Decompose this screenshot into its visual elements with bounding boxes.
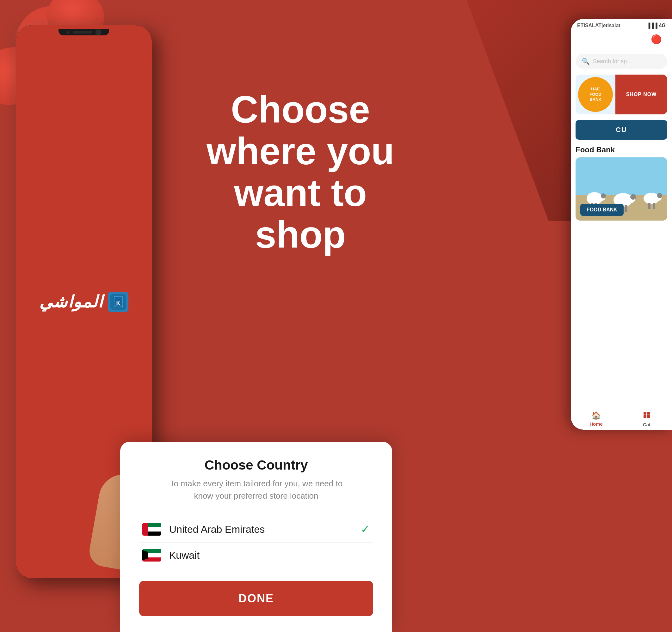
right-phone: ETISALAT|etisalat ▐▐▐ 4G 🔴 🔍 Search for … — [571, 19, 672, 430]
right-phone-screen: ETISALAT|etisalat ▐▐▐ 4G 🔴 🔍 Search for … — [571, 19, 672, 430]
shop-now-button[interactable]: SHOP NOW — [616, 75, 667, 115]
cu-button[interactable]: CU — [576, 120, 667, 140]
categories-label: Cat — [643, 422, 650, 427]
app-logo-icon: K — [108, 292, 128, 312]
nav-item-home[interactable]: 🏠 Home — [571, 411, 621, 427]
bottom-navigation: 🏠 Home Cat — [571, 407, 672, 430]
right-phone-logo-area: 🔴 — [571, 31, 672, 51]
uae-selected-check: ✓ — [361, 523, 370, 536]
svg-rect-22 — [644, 415, 646, 418]
kuwait-country-name: Kuwait — [169, 550, 370, 561]
signal-icons: ▐▐▐ 4G — [647, 23, 666, 28]
uae-country-name: United Arab Emirates — [169, 524, 353, 535]
svg-text:🔴: 🔴 — [651, 34, 662, 45]
kuwait-flag — [142, 549, 161, 561]
hero-text-block: Choose where you want to shop — [190, 89, 411, 255]
carrier-label: ETISALAT|etisalat — [577, 23, 621, 28]
phone-notch — [58, 29, 109, 35]
svg-rect-23 — [647, 415, 650, 418]
svg-rect-21 — [647, 412, 650, 414]
food-bank-circle-logo: UAE FOOD BANK — [578, 77, 613, 112]
app-logo: المواشي K — [39, 292, 128, 312]
network-type: 4G — [659, 23, 666, 28]
nav-item-categories[interactable]: Cat — [621, 411, 672, 427]
front-camera — [96, 29, 101, 35]
home-icon: 🏠 — [591, 411, 601, 420]
svg-point-19 — [657, 193, 662, 198]
svg-point-9 — [601, 194, 606, 198]
choose-country-dialog: Choose Country To make every item tailor… — [120, 442, 392, 632]
country-item-kuwait[interactable]: Kuwait — [139, 542, 373, 568]
search-icon: 🔍 — [582, 57, 590, 65]
uae-flag-green — [148, 523, 161, 527]
svg-rect-4 — [576, 157, 667, 195]
banner-content: UAE FOOD BANK SHOP NOW — [576, 75, 667, 115]
signal-bars: ▐▐▐ — [647, 23, 657, 28]
done-button[interactable]: DONE — [139, 581, 373, 616]
uae-flag-stripes — [148, 523, 161, 536]
dialog-subtitle: To make every item tailored for you, we … — [139, 478, 373, 502]
svg-rect-16 — [648, 203, 650, 209]
svg-rect-12 — [625, 205, 627, 212]
uae-flag-white — [148, 527, 161, 531]
svg-text:K: K — [116, 300, 120, 306]
food-bank-image: FOOD BANK — [576, 157, 667, 221]
search-placeholder-text: Search for sp... — [593, 58, 631, 65]
search-bar[interactable]: 🔍 Search for sp... — [576, 54, 667, 69]
food-bank-button[interactable]: FOOD BANK — [580, 204, 624, 216]
svg-point-14 — [630, 194, 636, 200]
app-logo-partial: 🔴 — [647, 34, 666, 48]
status-bar: ETISALAT|etisalat ▐▐▐ 4G — [571, 19, 672, 31]
app-name-arabic: المواشي — [39, 292, 103, 311]
svg-rect-20 — [644, 412, 646, 414]
front-sensor — [66, 31, 70, 34]
hero-heading: Choose where you want to shop — [190, 89, 411, 255]
country-item-uae[interactable]: United Arab Emirates ✓ — [139, 516, 373, 542]
uae-flag-black — [148, 532, 161, 536]
uae-flag-red — [142, 523, 148, 536]
food-bank-section-title: Food Bank — [571, 142, 672, 156]
home-label: Home — [590, 421, 603, 427]
svg-rect-17 — [653, 203, 655, 209]
dialog-title: Choose Country — [139, 458, 373, 473]
categories-icon — [643, 411, 650, 421]
uae-food-bank-banner[interactable]: UAE FOOD BANK SHOP NOW — [576, 75, 667, 115]
earpiece-speaker — [73, 31, 92, 33]
uae-flag — [142, 523, 161, 536]
